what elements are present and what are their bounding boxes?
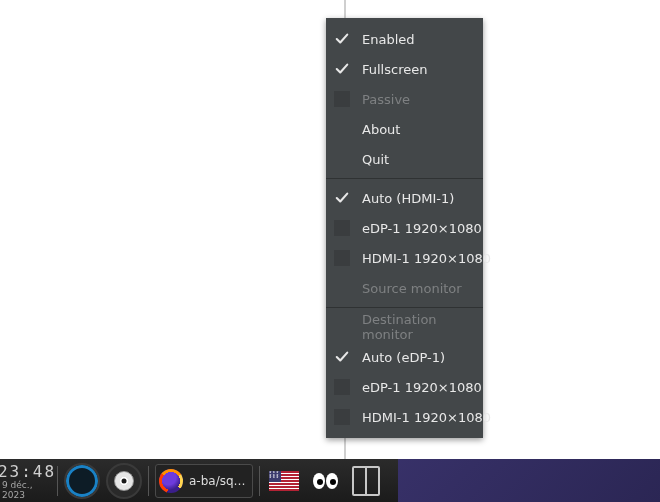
pane-right-icon xyxy=(367,468,378,494)
checkbox-icon xyxy=(334,379,350,395)
menu-item-label: eDP-1 1920×1080 xyxy=(362,221,482,236)
menu-item-label: About xyxy=(362,122,400,137)
menu-item-label: Quit xyxy=(362,152,389,167)
menu-section-header-destination: Destination monitor xyxy=(326,312,483,342)
taskbar-separator xyxy=(259,466,260,496)
menu-item-label: Auto (eDP-1) xyxy=(362,350,445,365)
menu-item-label: eDP-1 1920×1080 xyxy=(362,380,482,395)
checkbox-icon xyxy=(334,250,350,266)
checkbox-icon xyxy=(334,409,350,425)
menu-item-passive: Passive xyxy=(326,84,483,114)
check-icon xyxy=(334,31,350,47)
menu-item-quit[interactable]: Quit xyxy=(326,144,483,174)
menu-item-source-hdmi[interactable]: HDMI-1 1920×1080 xyxy=(326,243,483,273)
taskbar-separator xyxy=(148,466,149,496)
flag-us-icon: ★★★★★★★★★ xyxy=(269,471,281,482)
blank-window xyxy=(0,0,346,459)
xeyes-applet[interactable] xyxy=(311,471,341,491)
taskbar-separator xyxy=(57,466,58,496)
taskbar: 23:48 9 déc., 2023 a-ba/sq… ★★★★★★★★★ xyxy=(0,459,398,502)
blank-area xyxy=(346,0,660,18)
menu-item-label: Passive xyxy=(362,92,410,107)
eye-left-icon xyxy=(313,473,325,489)
check-icon xyxy=(334,349,350,365)
pane-left-icon xyxy=(354,468,367,494)
disc-icon xyxy=(114,471,134,491)
firefox-icon xyxy=(159,469,183,493)
task-label: a-ba/sq… xyxy=(189,474,246,488)
menu-item-label: HDMI-1 1920×1080 xyxy=(362,251,491,266)
menu-item-about[interactable]: About xyxy=(326,114,483,144)
menu-separator xyxy=(326,178,483,179)
checkbox-icon xyxy=(334,220,350,236)
taskbar-clock[interactable]: 23:48 9 déc., 2023 xyxy=(0,462,54,500)
menu-item-label: Auto (HDMI-1) xyxy=(362,191,454,206)
menu-item-label: HDMI-1 1920×1080 xyxy=(362,410,491,425)
menu-item-dest-edp[interactable]: eDP-1 1920×1080 xyxy=(326,372,483,402)
taskbar-task-firefox[interactable]: a-ba/sq… xyxy=(155,464,253,498)
tray-popup-menu: Enabled Fullscreen Passive About Quit Au… xyxy=(326,18,483,438)
keyboard-layout-indicator[interactable]: ★★★★★★★★★ xyxy=(269,471,299,491)
menu-item-enabled[interactable]: Enabled xyxy=(326,24,483,54)
menu-item-label: Enabled xyxy=(362,32,415,47)
launcher-button-2[interactable] xyxy=(106,463,142,499)
clock-time: 23:48 xyxy=(0,462,56,481)
clock-date: 9 déc., 2023 xyxy=(2,480,52,500)
menu-item-label: Fullscreen xyxy=(362,62,427,77)
menu-item-source-edp[interactable]: eDP-1 1920×1080 xyxy=(326,213,483,243)
menu-item-dest-auto[interactable]: Auto (eDP-1) xyxy=(326,342,483,372)
menu-item-source-auto[interactable]: Auto (HDMI-1) xyxy=(326,183,483,213)
launcher-button-1[interactable] xyxy=(64,463,100,499)
tiling-indicator[interactable] xyxy=(352,466,380,496)
checkbox-icon xyxy=(334,91,350,107)
menu-item-fullscreen[interactable]: Fullscreen xyxy=(326,54,483,84)
menu-section-header-source: Source monitor xyxy=(326,273,483,303)
check-icon xyxy=(334,190,350,206)
eye-right-icon xyxy=(326,473,338,489)
menu-separator xyxy=(326,307,483,308)
check-icon xyxy=(334,61,350,77)
menu-item-dest-hdmi[interactable]: HDMI-1 1920×1080 xyxy=(326,402,483,432)
